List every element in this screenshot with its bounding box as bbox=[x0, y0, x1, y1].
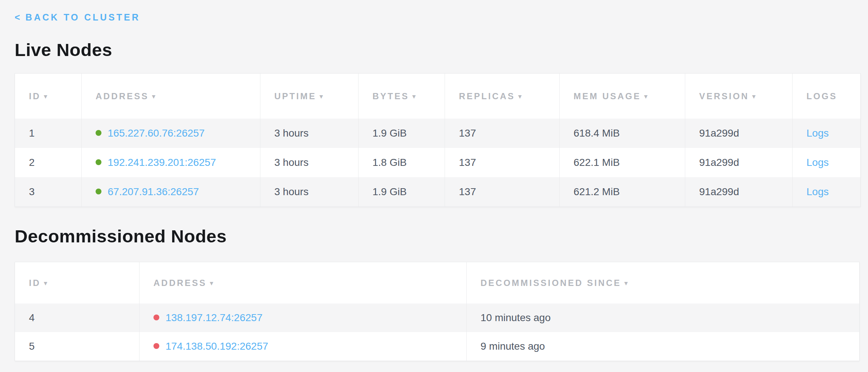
sort-arrow-icon: ▾ bbox=[644, 93, 649, 100]
table-row: 5 174.138.50.192:26257 9 minutes ago bbox=[15, 332, 859, 361]
decommissioned-nodes-header-row: ID▾ ADDRESS▾ DECOMMISSIONED SINCE▾ bbox=[15, 262, 859, 304]
cell-decommissioned-since: 9 minutes ago bbox=[466, 332, 859, 361]
live-nodes-table: ID▾ ADDRESS▾ UPTIME▾ BYTES▾ REPLICAS▾ ME… bbox=[15, 73, 861, 207]
table-row: 1 165.227.60.76:26257 3 hours 1.9 GiB 13… bbox=[15, 119, 860, 148]
decommissioned-status-icon bbox=[153, 315, 159, 320]
live-nodes-title: Live Nodes bbox=[15, 40, 860, 60]
cell-mem-usage: 622.1 MiB bbox=[559, 148, 685, 177]
cell-mem-usage: 621.2 MiB bbox=[559, 177, 685, 207]
cell-uptime: 3 hours bbox=[260, 177, 358, 207]
live-status-icon bbox=[96, 189, 101, 194]
sort-arrow-icon: ▾ bbox=[44, 280, 49, 287]
node-address-link[interactable]: 174.138.50.192:26257 bbox=[166, 341, 268, 352]
cell-replicas: 137 bbox=[445, 148, 559, 177]
back-link-label: BACK TO CLUSTER bbox=[26, 12, 140, 22]
column-header-uptime[interactable]: UPTIME▾ bbox=[260, 74, 358, 119]
column-header-version[interactable]: VERSION▾ bbox=[685, 74, 792, 119]
column-header-decommissioned-since[interactable]: DECOMMISSIONED SINCE▾ bbox=[466, 262, 859, 304]
cell-node-id: 4 bbox=[15, 304, 139, 332]
sort-arrow-icon: ▾ bbox=[518, 93, 523, 100]
cell-logs: Logs bbox=[792, 119, 860, 148]
cell-version: 91a299d bbox=[685, 148, 792, 177]
decommissioned-status-icon bbox=[153, 343, 159, 349]
sort-arrow-icon: ▾ bbox=[412, 93, 417, 100]
cell-uptime: 3 hours bbox=[260, 119, 358, 148]
node-address-link[interactable]: 67.207.91.36:26257 bbox=[108, 186, 199, 197]
sort-arrow-icon: ▾ bbox=[44, 93, 49, 100]
sort-arrow-icon: ▾ bbox=[152, 93, 157, 100]
table-row: 3 67.207.91.36:26257 3 hours 1.9 GiB 137… bbox=[15, 177, 860, 207]
table-row: 4 138.197.12.74:26257 10 minutes ago bbox=[15, 304, 859, 332]
cell-bytes: 1.9 GiB bbox=[358, 177, 445, 207]
back-to-cluster-link[interactable]: <BACK TO CLUSTER bbox=[15, 12, 140, 23]
cell-node-address: 67.207.91.36:26257 bbox=[81, 177, 260, 207]
cell-node-id: 2 bbox=[15, 148, 81, 177]
live-status-icon bbox=[96, 130, 101, 136]
cell-mem-usage: 618.4 MiB bbox=[559, 119, 685, 148]
sort-arrow-icon: ▾ bbox=[210, 280, 215, 287]
cell-node-id: 5 bbox=[15, 332, 139, 361]
live-nodes-header-row: ID▾ ADDRESS▾ UPTIME▾ BYTES▾ REPLICAS▾ ME… bbox=[15, 74, 860, 119]
column-header-replicas[interactable]: REPLICAS▾ bbox=[445, 74, 559, 119]
cell-node-id: 3 bbox=[15, 177, 81, 207]
cell-bytes: 1.8 GiB bbox=[358, 148, 445, 177]
cell-logs: Logs bbox=[792, 148, 860, 177]
cell-node-address: 174.138.50.192:26257 bbox=[139, 332, 466, 361]
node-address-link[interactable]: 165.227.60.76:26257 bbox=[108, 127, 205, 139]
column-header-address[interactable]: ADDRESS▾ bbox=[139, 262, 466, 304]
node-address-link[interactable]: 192.241.239.201:26257 bbox=[108, 157, 216, 168]
cell-node-id: 1 bbox=[15, 119, 81, 148]
sort-arrow-icon: ▾ bbox=[752, 93, 757, 100]
cell-decommissioned-since: 10 minutes ago bbox=[466, 304, 859, 332]
table-row: 2 192.241.239.201:26257 3 hours 1.8 GiB … bbox=[15, 148, 860, 177]
cell-node-address: 165.227.60.76:26257 bbox=[81, 119, 260, 148]
cell-uptime: 3 hours bbox=[260, 148, 358, 177]
decommissioned-nodes-title: Decommissioned Nodes bbox=[15, 226, 860, 246]
column-header-bytes[interactable]: BYTES▾ bbox=[358, 74, 445, 119]
sort-arrow-icon: ▾ bbox=[320, 93, 324, 100]
page-content: <BACK TO CLUSTER Live Nodes ID▾ ADDRESS▾… bbox=[0, 0, 868, 361]
column-header-address[interactable]: ADDRESS▾ bbox=[81, 74, 260, 119]
logs-link[interactable]: Logs bbox=[806, 157, 829, 168]
sort-arrow-icon: ▾ bbox=[624, 280, 629, 287]
column-header-mem-usage[interactable]: MEM USAGE▾ bbox=[559, 74, 685, 119]
back-chevron-icon: < bbox=[15, 12, 22, 22]
column-header-logs: LOGS bbox=[792, 74, 860, 119]
cell-replicas: 137 bbox=[445, 177, 559, 207]
logs-link[interactable]: Logs bbox=[806, 127, 829, 139]
decommissioned-nodes-table: ID▾ ADDRESS▾ DECOMMISSIONED SINCE▾ 4 138… bbox=[15, 262, 860, 361]
live-status-icon bbox=[96, 159, 101, 165]
logs-link[interactable]: Logs bbox=[806, 186, 829, 197]
node-address-link[interactable]: 138.197.12.74:26257 bbox=[166, 312, 263, 323]
column-header-id[interactable]: ID▾ bbox=[15, 74, 81, 119]
cell-replicas: 137 bbox=[445, 119, 559, 148]
cell-node-address: 138.197.12.74:26257 bbox=[139, 304, 466, 332]
cell-node-address: 192.241.239.201:26257 bbox=[81, 148, 260, 177]
cell-bytes: 1.9 GiB bbox=[358, 119, 445, 148]
cell-logs: Logs bbox=[792, 177, 860, 207]
cell-version: 91a299d bbox=[685, 119, 792, 148]
column-header-id[interactable]: ID▾ bbox=[15, 262, 139, 304]
cell-version: 91a299d bbox=[685, 177, 792, 207]
